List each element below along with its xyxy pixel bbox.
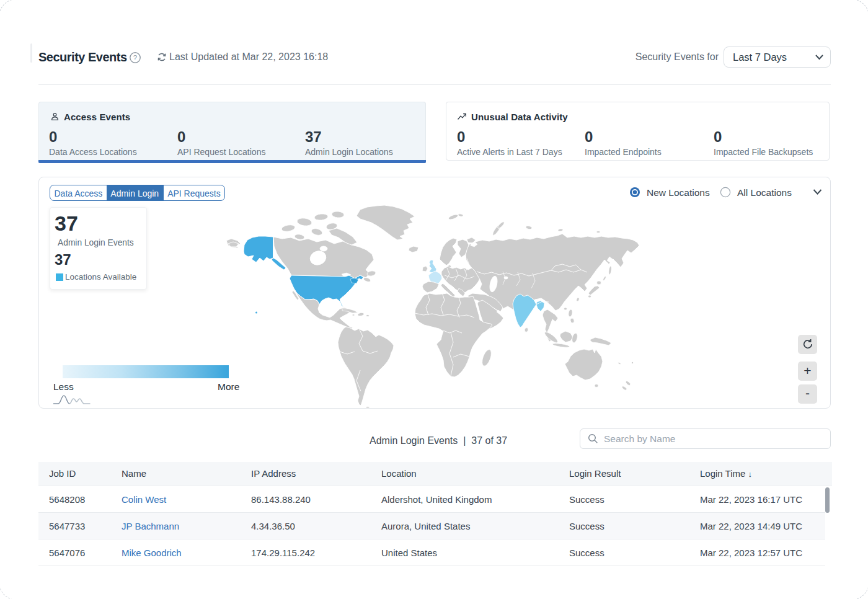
svg-text:?: ? bbox=[133, 54, 137, 61]
